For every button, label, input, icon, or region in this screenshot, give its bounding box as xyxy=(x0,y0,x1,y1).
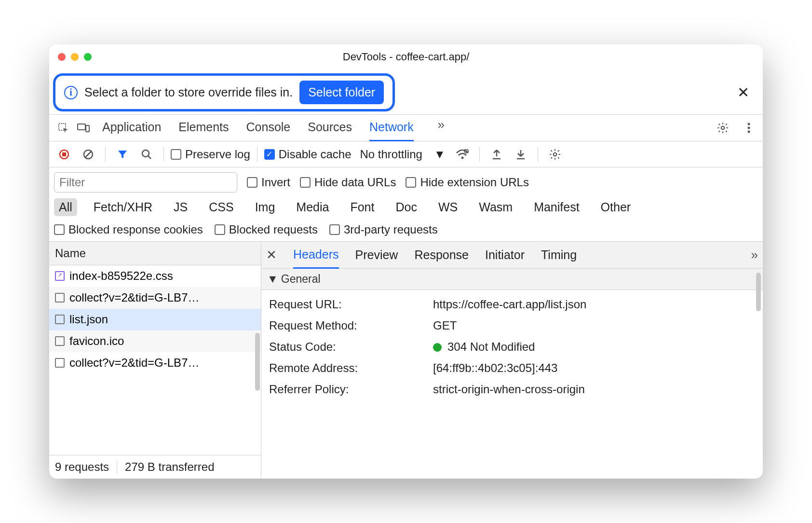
file-icon xyxy=(55,315,65,324)
network-settings-icon[interactable] xyxy=(545,144,565,165)
hide-data-urls-checkbox[interactable]: Hide data URLs xyxy=(300,176,396,189)
blocked-cookies-checkbox[interactable]: Blocked response cookies xyxy=(54,223,203,236)
close-detail-button[interactable]: ✕ xyxy=(266,248,277,262)
minimize-window-button[interactable] xyxy=(71,53,79,61)
general-fields: Request URL:https://coffee-cart.app/list… xyxy=(261,290,763,404)
extra-filters: Blocked response cookies Blocked request… xyxy=(49,219,763,242)
type-font[interactable]: Font xyxy=(345,198,379,216)
type-css[interactable]: CSS xyxy=(204,198,238,216)
svg-point-13 xyxy=(461,156,463,159)
network-conditions-icon[interactable] xyxy=(452,144,473,165)
device-toggle-icon[interactable] xyxy=(73,118,94,138)
svg-rect-1 xyxy=(78,124,85,130)
info-icon: i xyxy=(64,86,78,99)
throttling-value: No throttling xyxy=(360,148,422,161)
network-toolbar: Preserve log ✓Disable cache No throttlin… xyxy=(49,141,763,167)
request-row[interactable]: index-b859522e.css xyxy=(49,265,261,287)
main-split: Name index-b859522e.css collect?v=2&tid=… xyxy=(49,242,763,479)
devtools-window: DevTools - coffee-cart.app/ i Select a f… xyxy=(49,44,763,479)
type-js[interactable]: JS xyxy=(169,198,192,216)
window-title: DevTools - coffee-cart.app/ xyxy=(343,51,470,63)
file-icon xyxy=(55,271,65,281)
more-detail-tabs-icon[interactable]: » xyxy=(751,248,758,262)
field-request-method: Request Method:GET xyxy=(269,315,755,336)
main-tabs-row: Application Elements Console Sources Net… xyxy=(49,114,763,141)
detail-tab-preview[interactable]: Preview xyxy=(355,242,398,268)
transferred-size: 279 B transferred xyxy=(125,460,214,474)
more-tabs-icon[interactable]: » xyxy=(431,114,451,135)
request-row[interactable]: collect?v=2&tid=G-LB7… xyxy=(49,287,261,309)
tab-application[interactable]: Application xyxy=(102,114,161,141)
detail-pane: ✕ Headers Preview Response Initiator Tim… xyxy=(261,242,763,479)
field-referrer-policy: Referrer Policy:strict-origin-when-cross… xyxy=(269,379,755,400)
tab-console[interactable]: Console xyxy=(246,114,291,141)
close-infobar-button[interactable]: ✕ xyxy=(737,84,749,101)
svg-rect-8 xyxy=(62,152,66,156)
type-other[interactable]: Other xyxy=(596,198,636,216)
traffic-lights xyxy=(58,53,92,61)
type-wasm[interactable]: Wasm xyxy=(474,198,517,216)
name-column-header[interactable]: Name xyxy=(49,242,261,265)
third-party-checkbox[interactable]: 3rd-party requests xyxy=(329,223,438,236)
tab-elements[interactable]: Elements xyxy=(178,114,229,141)
throttling-select[interactable]: No throttling ▼ xyxy=(360,148,445,161)
file-icon xyxy=(55,293,65,303)
infobar-message: Select a folder to store override files … xyxy=(84,85,293,99)
detail-tab-timing[interactable]: Timing xyxy=(541,242,577,268)
hide-extension-urls-checkbox[interactable]: Hide extension URLs xyxy=(406,176,528,189)
filter-icon[interactable] xyxy=(112,144,133,165)
filter-input[interactable] xyxy=(54,172,237,193)
search-icon[interactable] xyxy=(136,144,157,165)
type-manifest[interactable]: Manifest xyxy=(529,198,584,216)
blocked-requests-checkbox[interactable]: Blocked requests xyxy=(215,223,318,236)
chevron-down-icon: ▼ xyxy=(434,148,446,161)
settings-icon[interactable] xyxy=(713,118,733,138)
svg-point-17 xyxy=(553,152,556,156)
infobar-wrap: i Select a folder to store override file… xyxy=(49,69,763,114)
type-ws[interactable]: WS xyxy=(433,198,462,216)
kebab-menu-icon[interactable] xyxy=(739,118,759,138)
preserve-log-checkbox[interactable]: Preserve log xyxy=(171,148,250,161)
detail-tab-headers[interactable]: Headers xyxy=(293,242,339,269)
upload-har-icon[interactable] xyxy=(487,144,507,165)
type-all[interactable]: All xyxy=(54,198,77,216)
request-row[interactable]: list.json xyxy=(49,309,261,330)
svg-line-10 xyxy=(85,151,92,158)
type-fetchxhr[interactable]: Fetch/XHR xyxy=(89,198,157,216)
general-section-header[interactable]: ▼ General xyxy=(261,269,763,290)
disable-cache-checkbox[interactable]: ✓Disable cache xyxy=(264,148,352,161)
file-icon xyxy=(55,358,65,368)
detail-tab-response[interactable]: Response xyxy=(414,242,469,268)
close-window-button[interactable] xyxy=(58,53,66,61)
tab-network[interactable]: Network xyxy=(369,114,414,141)
select-folder-button[interactable]: Select folder xyxy=(299,81,384,104)
field-request-url: Request URL:https://coffee-cart.app/list… xyxy=(269,294,755,315)
clear-button[interactable] xyxy=(78,144,98,165)
inspect-element-icon[interactable] xyxy=(53,118,73,138)
svg-point-6 xyxy=(748,131,750,133)
preserve-log-label: Preserve log xyxy=(185,148,250,161)
request-row[interactable]: favicon.ico xyxy=(49,330,261,352)
invert-checkbox[interactable]: Invert xyxy=(247,176,290,189)
detail-tabs: ✕ Headers Preview Response Initiator Tim… xyxy=(261,242,763,269)
request-row[interactable]: collect?v=2&tid=G-LB7… xyxy=(49,352,261,374)
type-img[interactable]: Img xyxy=(250,198,280,216)
tab-sources[interactable]: Sources xyxy=(308,114,352,141)
infobar: i Select a folder to store override file… xyxy=(53,73,395,111)
record-button[interactable] xyxy=(54,144,74,165)
main-tabs: Application Elements Console Sources Net… xyxy=(102,114,451,141)
scrollbar-thumb[interactable] xyxy=(255,333,260,391)
maximize-window-button[interactable] xyxy=(84,53,92,61)
request-list: index-b859522e.css collect?v=2&tid=G-LB7… xyxy=(49,265,261,455)
disclosure-triangle-icon: ▼ xyxy=(267,273,278,286)
scrollbar-thumb[interactable] xyxy=(756,273,761,311)
type-doc[interactable]: Doc xyxy=(391,198,421,216)
type-media[interactable]: Media xyxy=(291,198,334,216)
file-icon xyxy=(55,336,65,346)
filter-row: Invert Hide data URLs Hide extension URL… xyxy=(49,167,763,195)
download-har-icon[interactable] xyxy=(511,144,531,165)
request-count: 9 requests xyxy=(55,460,109,474)
svg-point-5 xyxy=(748,127,750,129)
titlebar: DevTools - coffee-cart.app/ xyxy=(49,44,763,69)
detail-tab-initiator[interactable]: Initiator xyxy=(485,242,525,268)
